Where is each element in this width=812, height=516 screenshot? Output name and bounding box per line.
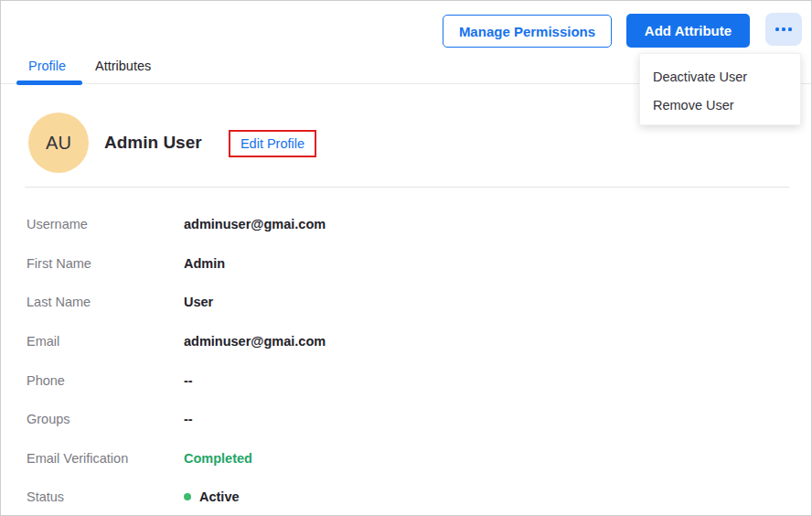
field-row: Phone-- [1, 360, 812, 400]
edit-profile-link[interactable]: Edit Profile [240, 136, 304, 151]
more-options-button[interactable] [765, 13, 802, 46]
tab-attributes[interactable]: Attributes [95, 59, 151, 73]
field-label: Email [27, 334, 173, 349]
field-label: Last Name [27, 295, 173, 309]
more-options-menu: Deactivate User Remove User [639, 53, 801, 125]
field-row: First NameAdmin [1, 244, 812, 284]
profile-fields-list: Usernameadminuser@gmai.comFirst NameAdmi… [1, 205, 812, 516]
field-label: Status [27, 489, 173, 504]
field-value: -- [184, 412, 193, 426]
active-tab-indicator [16, 81, 82, 85]
avatar: AU [28, 113, 89, 173]
menu-item-remove-user[interactable]: Remove User [640, 91, 800, 119]
field-row: StatusActive [1, 478, 812, 516]
user-profile-page: Manage Permissions Add Attribute Profile… [0, 0, 812, 516]
status-dot-icon [184, 493, 191, 500]
menu-item-deactivate-user[interactable]: Deactivate User [640, 62, 800, 91]
tab-profile[interactable]: Profile [28, 59, 66, 73]
field-label: Username [27, 217, 173, 231]
field-value: Admin [184, 256, 225, 271]
section-divider [25, 187, 789, 188]
field-value: Active [184, 489, 240, 504]
field-label: Groups [27, 412, 173, 426]
field-value: User [184, 295, 213, 309]
field-value: Completed [184, 451, 252, 466]
field-row: Last NameUser [1, 283, 812, 322]
user-name-heading: Admin User [104, 133, 202, 153]
field-row: Email VerificationCompleted [1, 439, 812, 478]
field-row: Usernameadminuser@gmai.com [1, 205, 812, 244]
status-text: Active [199, 489, 240, 504]
add-attribute-button[interactable]: Add Attribute [626, 14, 750, 48]
field-row: Groups-- [1, 400, 812, 439]
field-label: Email Verification [27, 451, 173, 466]
ellipsis-icon [775, 27, 779, 31]
field-label: First Name [27, 256, 173, 271]
ellipsis-icon [782, 27, 785, 31]
ellipsis-icon [788, 27, 792, 31]
field-value: -- [184, 373, 193, 388]
field-row: Emailadminuser@gmai.com [1, 322, 812, 361]
edit-profile-annotation-box: Edit Profile [229, 130, 316, 157]
field-label: Phone [27, 373, 173, 388]
manage-permissions-button[interactable]: Manage Permissions [443, 15, 612, 48]
field-value: adminuser@gmai.com [184, 217, 326, 231]
field-value: adminuser@gmai.com [184, 334, 326, 349]
